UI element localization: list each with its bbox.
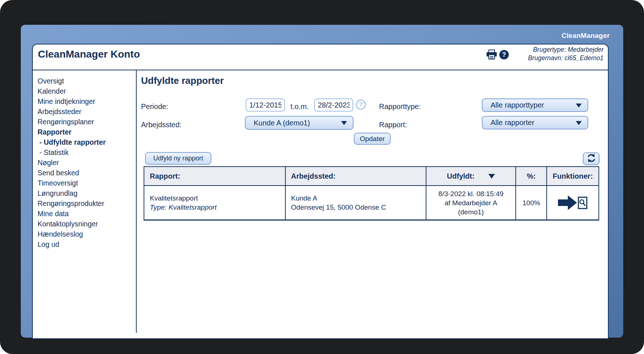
cell-funktioner [547,186,598,219]
date-to-input[interactable] [314,98,353,112]
rapport-name: Kvalitetsrapport [150,194,198,203]
header-rapport: Rapport: [144,167,286,185]
arbejdssted-label: Arbejdssted: [141,121,182,129]
sidebar-item-timeoversigt[interactable]: Timeoversigt [38,178,136,188]
table-header-row: Rapport: Arbejdssted: Udfyldt: %: Funkti… [144,167,598,186]
question-circle-icon[interactable]: ? [356,100,366,110]
sidebar-item-send-besked[interactable]: Send besked [38,168,136,178]
refresh-icon [587,153,596,164]
rapport-type: Type: Kvalitetsrapport [150,203,216,212]
cell-rapport: Kvalitetsrapport Type: Kvalitetsrapport [144,186,286,219]
chevron-down-icon [576,121,582,125]
tom-label: t.o.m. [286,102,313,111]
help-circle-icon[interactable]: ? [499,50,509,59]
header-udfyldt[interactable]: Udfyldt: [426,167,516,185]
table-row: Kvalitetsrapport Type: Kvalitetsrapport … [144,186,598,219]
sidebar-item-mine-indtjekninger[interactable]: Mine indtjekninger [38,96,136,106]
sidebar-item-rengoeringsprodukter[interactable]: Rengøringsprodukter [38,198,136,209]
rapporttype-dropdown[interactable]: Alle rapporttyper [482,98,588,112]
sidebar-item-kontaktoplysninger[interactable]: Kontaktoplysninger [38,219,136,229]
rapport-label: Rapport: [379,121,407,129]
page-title: Udfyldte rapporter [141,75,224,86]
user-name-label: Brugernavn: cl65_Edemo1 [528,54,604,62]
reports-table: Rapport: Arbejdssted: Udfyldt: %: Funkti… [144,166,599,221]
periode-label: Periode: [141,102,168,111]
brand-logo: CleanManager [562,32,610,40]
header-arbejdssted: Arbejdssted: [286,167,426,185]
header-funktioner: Funktioner: [547,167,598,185]
magnifier-document-icon[interactable] [578,197,588,209]
opdater-button[interactable]: Opdater [354,133,391,145]
sidebar-nav: Oversigt Kalender Mine indtjekninger Arb… [33,70,137,333]
cell-percent: 100% [516,186,547,219]
rapporttype-label: Rapporttype: [379,102,421,111]
app-frame: CleanManager CleanManager Konto ? Bruger… [0,0,644,354]
app-window: CleanManager Konto ? Brugertype: Medarbe… [32,44,609,339]
sidebar-item-haendelseslog[interactable]: Hændelseslog [38,229,136,239]
rapport-dropdown[interactable]: Alle rapporter [482,116,588,129]
refresh-button[interactable] [583,152,600,165]
sidebar-item-statistik[interactable]: - Statistik [38,147,136,157]
sort-desc-icon [488,174,495,179]
chevron-down-icon [341,121,347,125]
sidebar-item-noegler[interactable]: Nøgler [38,157,136,168]
header-percent: %: [516,167,547,185]
chevron-down-icon [576,104,582,108]
sidebar-item-udfyldte-rapporter[interactable]: - Udfyldte rapporter [38,137,136,147]
rapporttype-value: Alle rapporttyper [491,101,544,109]
sidebar-item-rengoeringsplaner[interactable]: Rengøringsplaner [38,117,136,127]
sidebar-item-rapporter[interactable]: Rapporter [38,127,136,137]
new-report-button[interactable]: Udfyld ny rapport [145,152,211,165]
arbejdssted-dropdown[interactable]: Kunde A (demo1) [245,116,354,130]
sidebar-item-mine-data[interactable]: Mine data [38,209,136,219]
sidebar-item-kalender[interactable]: Kalender [38,86,136,96]
cell-udfyldt: 8/3-2022 kl. 08:15:49 af Medarbejder A (… [426,186,516,219]
user-info: Brugertype: Medarbejder Brugernavn: cl65… [528,46,604,62]
window-title: CleanManager Konto [38,48,140,60]
cell-arbejdssted: Kunde A Odensevej 15, 5000 Odense C [286,186,426,219]
sidebar-item-log-ud[interactable]: Log ud [38,239,136,249]
arrow-right-icon [558,195,577,211]
date-from-input[interactable] [246,98,285,112]
sidebar-item-loengrundlag[interactable]: Løngrundlag [38,188,136,198]
sidebar-item-arbejdssteder[interactable]: Arbejdssteder [38,106,136,117]
user-type-label: Brugertype: Medarbejder [528,46,604,54]
rapport-value: Alle rapporter [491,118,534,127]
printer-icon[interactable] [486,50,497,60]
arbejdssted-value: Kunde A (demo1) [254,119,310,127]
sidebar-item-oversigt[interactable]: Oversigt [38,76,136,86]
